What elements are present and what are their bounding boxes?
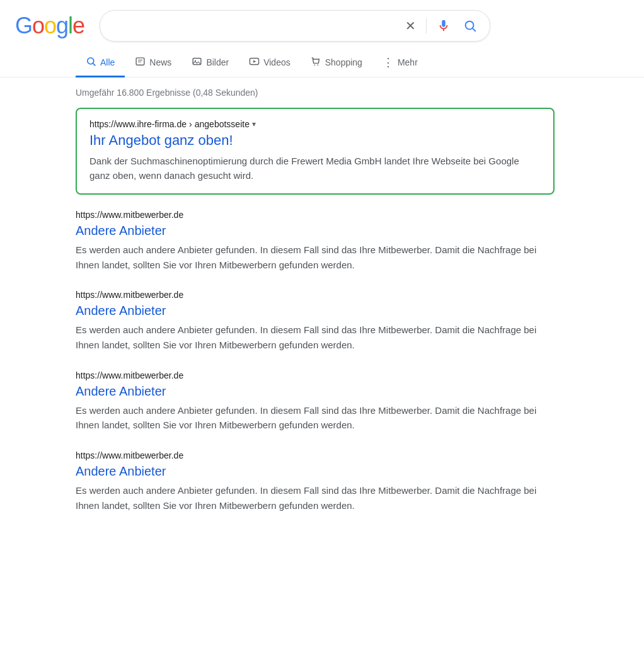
- url-dropdown-arrow[interactable]: ▾: [252, 120, 256, 128]
- url-separator: ›: [189, 119, 192, 129]
- result-title[interactable]: Andere Anbieter: [76, 463, 555, 479]
- result-url: https://www.mitbewerber.de: [76, 290, 555, 300]
- featured-result-snippet: Dank der Suchmaschinenoptimierung durch …: [89, 154, 541, 183]
- search-tab-icon: [86, 56, 96, 69]
- result-snippet: Es werden auch andere Anbieter gefunden.…: [76, 322, 555, 352]
- tab-mehr-label: Mehr: [398, 57, 418, 67]
- result-url-domain: https://www.mitbewerber.de: [76, 370, 183, 380]
- tab-news-label: News: [149, 57, 171, 67]
- result-url: https://www.mitbewerber.de: [76, 370, 555, 380]
- search-input[interactable]: Ihr Angebot wird gesucht: [110, 20, 398, 33]
- result-item: https://www.mitbewerber.de Andere Anbiet…: [76, 290, 555, 352]
- result-url-domain: https://www.mitbewerber.de: [76, 210, 183, 220]
- results-area: Umgefähr 16.800 Ergebnisse (0,48 Sekunde…: [0, 77, 644, 545]
- tab-alle-label: Alle: [100, 57, 115, 67]
- result-item: https://www.mitbewerber.de Andere Anbiet…: [76, 450, 555, 513]
- svg-rect-4: [136, 57, 144, 64]
- tab-bilder-label: Bilder: [206, 57, 229, 67]
- result-title[interactable]: Andere Anbieter: [76, 302, 555, 319]
- result-snippet: Es werden auch andere Anbieter gefunden.…: [76, 403, 555, 433]
- news-tab-icon: [135, 56, 146, 69]
- tab-videos-label: Videos: [263, 57, 290, 67]
- result-item: https://www.mitbewerber.de Andere Anbiet…: [76, 370, 555, 433]
- videos-tab-icon: [249, 56, 260, 69]
- featured-url-domain: https://www.ihre-firma.de: [89, 119, 187, 129]
- tab-shopping[interactable]: Shopping: [301, 50, 372, 77]
- tab-news[interactable]: News: [125, 50, 181, 77]
- mehr-tab-icon: ⋮: [382, 55, 394, 69]
- result-title[interactable]: Andere Anbieter: [76, 222, 555, 239]
- featured-url-breadcrumb: angebotsseite: [195, 119, 250, 129]
- result-url-domain: https://www.mitbewerber.de: [76, 450, 183, 460]
- tab-bilder[interactable]: Bilder: [181, 50, 239, 77]
- tab-alle[interactable]: Alle: [76, 50, 125, 77]
- result-item: https://www.mitbewerber.de Andere Anbiet…: [76, 210, 555, 272]
- svg-point-12: [317, 64, 318, 66]
- google-logo[interactable]: Google: [15, 13, 84, 39]
- result-snippet: Es werden auch andere Anbieter gefunden.…: [76, 243, 555, 272]
- tab-shopping-label: Shopping: [325, 57, 362, 67]
- search-bar-icons: ✕: [403, 16, 480, 36]
- svg-marker-10: [253, 60, 256, 62]
- result-items-container: https://www.mitbewerber.de Andere Anbiet…: [76, 210, 629, 513]
- clear-icon[interactable]: ✕: [403, 16, 418, 36]
- featured-result-title[interactable]: Ihr Angebot ganz oben!: [89, 132, 541, 150]
- tab-mehr[interactable]: ⋮ Mehr: [372, 49, 428, 77]
- search-bar: Ihr Angebot wird gesucht ✕: [100, 10, 490, 42]
- header: Google Ihr Angebot wird gesucht ✕: [0, 0, 644, 42]
- result-title[interactable]: Andere Anbieter: [76, 383, 555, 399]
- shopping-tab-icon: [311, 56, 321, 69]
- svg-line-1: [473, 28, 475, 31]
- svg-line-3: [93, 63, 95, 65]
- result-url-domain: https://www.mitbewerber.de: [76, 290, 183, 300]
- result-url: https://www.mitbewerber.de: [76, 450, 555, 460]
- nav-tabs: Alle News Bilder Videos Shopping ⋮ Mehr: [0, 44, 644, 77]
- bilder-tab-icon: [192, 56, 202, 69]
- result-snippet: Es werden auch andere Anbieter gefunden.…: [76, 483, 555, 513]
- result-url: https://www.mitbewerber.de: [76, 210, 555, 220]
- featured-result-url: https://www.ihre-firma.de › angebotsseit…: [89, 119, 541, 129]
- divider: [426, 18, 427, 33]
- svg-point-11: [314, 64, 315, 66]
- search-submit-icon[interactable]: [461, 16, 480, 35]
- featured-result: https://www.ihre-firma.de › angebotsseit…: [76, 108, 555, 195]
- mic-icon[interactable]: [434, 16, 453, 35]
- results-count: Umgefähr 16.800 Ergebnisse (0,48 Sekunde…: [76, 85, 629, 98]
- tab-videos[interactable]: Videos: [239, 50, 301, 77]
